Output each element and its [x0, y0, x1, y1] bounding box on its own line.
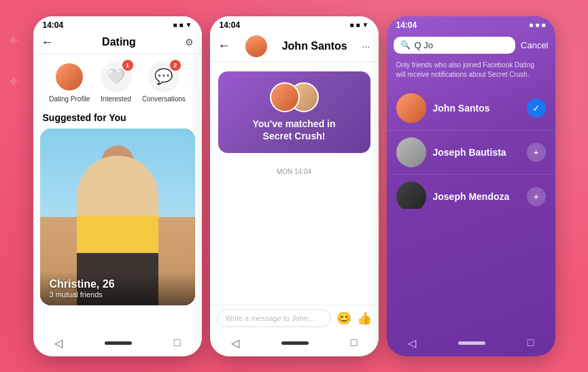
crush-list: John Santos ✓ Joseph Bautista + Joseph M… — [387, 86, 555, 209]
info-text: Only friends who also joined Facebook Da… — [387, 58, 555, 86]
profile-info-overlay: Christine, 26 3 mutual friends — [40, 271, 195, 305]
profile-card[interactable]: Christine, 26 3 mutual friends — [40, 129, 195, 305]
suggested-label: Suggested for You — [33, 108, 202, 129]
status-icons-2: ■ ■ ▼ — [350, 21, 369, 29]
bottom-nav-2: ◁ □ — [210, 331, 379, 356]
back-nav-2[interactable]: ◁ — [231, 337, 239, 350]
phone-secret-crush: 14:04 ■ ■ ■ 🔍 Q Jo Cancel Only friends w… — [387, 16, 555, 356]
status-bar-1: 14:04 ■ ■ ▼ — [33, 16, 202, 33]
battery-icon-3: ■ — [541, 21, 545, 29]
time-3: 14:04 — [396, 20, 417, 30]
search-value[interactable]: Q Jo — [415, 40, 433, 50]
crush-action-add-joseph-m[interactable]: + — [527, 187, 546, 206]
conversation-nav-bar: ← John Santos ··· — [210, 33, 379, 62]
chat-timestamp: MON 14:04 — [210, 168, 379, 175]
john-avatar — [245, 35, 267, 57]
match-avatars — [270, 82, 319, 112]
time-1: 14:04 — [43, 20, 64, 30]
crush-item-joseph-b[interactable]: Joseph Bautista + — [387, 130, 555, 174]
chat-input-bar: Write a message to John... 😊 👍 — [210, 305, 379, 331]
interested-label: Interested — [101, 95, 131, 103]
match-card: You've matched inSecret Crush! — [218, 71, 370, 153]
square-nav-2[interactable]: □ — [351, 337, 358, 349]
crush-item-john[interactable]: John Santos ✓ — [387, 86, 555, 130]
back-nav-3[interactable]: ◁ — [408, 337, 416, 350]
wifi-icon-1: ■ — [179, 21, 184, 29]
search-input-wrap[interactable]: 🔍 Q Jo — [394, 37, 516, 54]
interested-item[interactable]: 🤍 1 Interested — [101, 61, 132, 103]
more-icon[interactable]: ··· — [362, 41, 370, 52]
signal-icon-1: ■ — [173, 21, 177, 29]
signal-icon-2: ■ — [350, 21, 354, 29]
status-icons-3: ■ ■ ■ — [529, 21, 545, 29]
interested-circle: 🤍 1 — [101, 61, 132, 92]
phones-container: 14:04 ■ ■ ▼ ← Dating ⚙ Dating Profile — [33, 16, 555, 356]
match-avatar-john — [270, 82, 300, 112]
phone-conversation: 14:04 ■ ■ ▼ ← John Santos ··· You've mat… — [210, 16, 379, 356]
search-icon: 🔍 — [400, 40, 411, 50]
battery-icon-1: ▼ — [186, 21, 192, 29]
chat-area: You've matched inSecret Crush! MON 14:04 — [210, 62, 379, 305]
battery-icon-2: ▼ — [362, 21, 369, 29]
wifi-icon-3: ■ — [535, 21, 539, 29]
john-avatar-img — [245, 35, 267, 57]
conversations-badge: 2 — [170, 60, 181, 71]
profile-name: Christine, 26 — [50, 278, 186, 290]
back-button-2[interactable]: ← — [218, 39, 230, 53]
conversations-circle: 💬 2 — [148, 61, 179, 92]
time-2: 14:04 — [220, 20, 241, 30]
status-bar-3: 14:04 ■ ■ ■ — [387, 16, 555, 33]
back-button-1[interactable]: ← — [41, 35, 54, 50]
bottom-nav-3: ◁ □ — [387, 331, 555, 356]
dating-profile-label: Dating Profile — [49, 95, 90, 103]
crush-name-joseph-b: Joseph Bautista — [433, 147, 520, 158]
dating-profile-circle — [54, 61, 85, 92]
dating-nav-bar: ← Dating ⚙ — [33, 33, 202, 54]
dating-title: Dating — [102, 36, 136, 48]
emoji-icon[interactable]: 😊 — [336, 311, 351, 326]
phone-dating: 14:04 ■ ■ ▼ ← Dating ⚙ Dating Profile — [33, 16, 202, 356]
home-pill-2[interactable] — [281, 341, 309, 345]
dating-profile-avatar — [56, 63, 83, 90]
message-placeholder: Write a message to John... — [226, 314, 315, 322]
back-nav-1[interactable]: ◁ — [54, 337, 63, 350]
square-nav-1[interactable]: □ — [174, 337, 181, 349]
message-input[interactable]: Write a message to John... — [217, 309, 331, 327]
search-bar-area: 🔍 Q Jo Cancel — [387, 33, 555, 58]
bottom-nav-1: ◁ □ — [33, 331, 202, 356]
cancel-button[interactable]: Cancel — [521, 40, 548, 50]
profile-sub: 3 mutual friends — [50, 290, 186, 299]
conversations-item[interactable]: 💬 2 Conversations — [142, 61, 186, 103]
signal-icon-3: ■ — [529, 21, 533, 29]
crush-avatar-joseph-b — [396, 137, 426, 167]
dating-profile-item[interactable]: Dating Profile — [49, 61, 90, 103]
john-name: John Santos — [282, 40, 347, 52]
home-pill-3[interactable] — [458, 341, 485, 345]
crush-avatar-john — [396, 93, 426, 123]
status-icons-1: ■ ■ ▼ — [173, 21, 192, 29]
dating-icons-row: Dating Profile 🤍 1 Interested 💬 2 — [33, 54, 202, 108]
wifi-icon-2: ■ — [356, 21, 360, 29]
crush-avatar-joseph-m — [396, 182, 426, 209]
crush-item-joseph-m[interactable]: Joseph Mendoza + — [387, 174, 555, 209]
interested-badge: 1 — [122, 60, 133, 71]
match-text: You've matched inSecret Crush! — [252, 118, 335, 142]
crush-name-joseph-m: Joseph Mendoza — [433, 191, 520, 202]
like-icon[interactable]: 👍 — [357, 311, 372, 326]
crush-name-john: John Santos — [433, 103, 520, 114]
status-bar-2: 14:04 ■ ■ ▼ — [210, 16, 379, 33]
home-pill-1[interactable] — [105, 341, 132, 345]
filter-icon[interactable]: ⚙ — [185, 37, 194, 48]
square-nav-3[interactable]: □ — [528, 337, 534, 349]
conversations-label: Conversations — [142, 95, 186, 103]
crush-action-add-joseph-b[interactable]: + — [527, 143, 546, 162]
crush-action-check-john[interactable]: ✓ — [527, 99, 546, 118]
